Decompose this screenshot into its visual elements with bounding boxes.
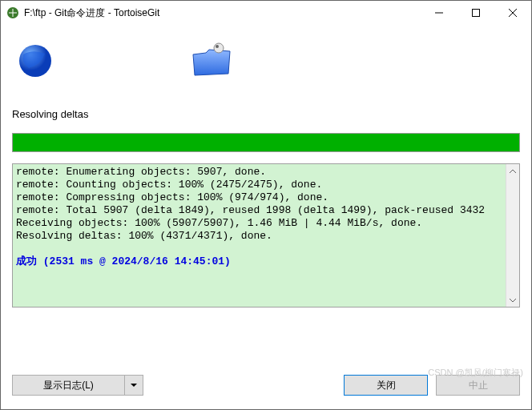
show-log-dropdown[interactable] bbox=[124, 375, 143, 396]
abort-button[interactable]: 中止 bbox=[436, 375, 520, 396]
log-line: remote: Enumerating objects: 5907, done. bbox=[16, 166, 266, 178]
icon-row bbox=[12, 34, 520, 86]
close-window-button[interactable] bbox=[494, 1, 531, 25]
close-button[interactable]: 关闭 bbox=[344, 375, 428, 396]
globe-icon bbox=[17, 42, 54, 82]
scroll-up-icon[interactable] bbox=[506, 164, 519, 178]
log-text[interactable]: remote: Enumerating objects: 5907, done.… bbox=[13, 164, 506, 307]
svg-rect-2 bbox=[473, 10, 480, 17]
show-log-button[interactable]: 显示日志(L) bbox=[12, 375, 124, 396]
svg-point-6 bbox=[214, 43, 224, 53]
folder-icon bbox=[190, 42, 235, 82]
show-log-label: 显示日志(L) bbox=[43, 379, 94, 392]
log-line: Resolving deltas: 100% (4371/4371), done… bbox=[16, 230, 272, 242]
log-line: remote: Compressing objects: 100% (974/9… bbox=[16, 191, 328, 203]
abort-label: 中止 bbox=[469, 379, 488, 392]
log-success-line: 成功 (2531 ms @ 2024/8/16 14:45:01) bbox=[16, 255, 231, 267]
button-bar: 显示日志(L) 关闭 中止 bbox=[1, 364, 531, 409]
content-area: Resolving deltas remote: Enumerating obj… bbox=[1, 25, 531, 364]
maximize-button[interactable] bbox=[457, 1, 494, 25]
close-label: 关闭 bbox=[377, 379, 396, 392]
chevron-down-icon bbox=[131, 380, 137, 391]
dialog-window: F:\ftp - Git命令进度 - TortoiseGit bbox=[0, 0, 532, 410]
log-line: remote: Counting objects: 100% (2475/247… bbox=[16, 179, 322, 191]
log-line: Receiving objects: 100% (5907/5907), 1.4… bbox=[16, 217, 422, 229]
log-line: remote: Total 5907 (delta 1849), reused … bbox=[16, 204, 485, 216]
window-title: F:\ftp - Git命令进度 - TortoiseGit bbox=[24, 6, 421, 20]
progress-bar bbox=[12, 133, 520, 152]
window-controls bbox=[421, 1, 531, 25]
show-log-splitbutton: 显示日志(L) bbox=[12, 375, 143, 396]
minimize-button[interactable] bbox=[421, 1, 457, 25]
log-output: remote: Enumerating objects: 5907, done.… bbox=[12, 163, 520, 308]
scroll-down-icon[interactable] bbox=[506, 293, 519, 307]
status-label: Resolving deltas bbox=[12, 108, 520, 120]
svg-point-7 bbox=[216, 45, 219, 48]
log-scrollbar[interactable] bbox=[506, 164, 519, 307]
app-icon bbox=[6, 6, 19, 19]
titlebar: F:\ftp - Git命令进度 - TortoiseGit bbox=[1, 1, 531, 25]
